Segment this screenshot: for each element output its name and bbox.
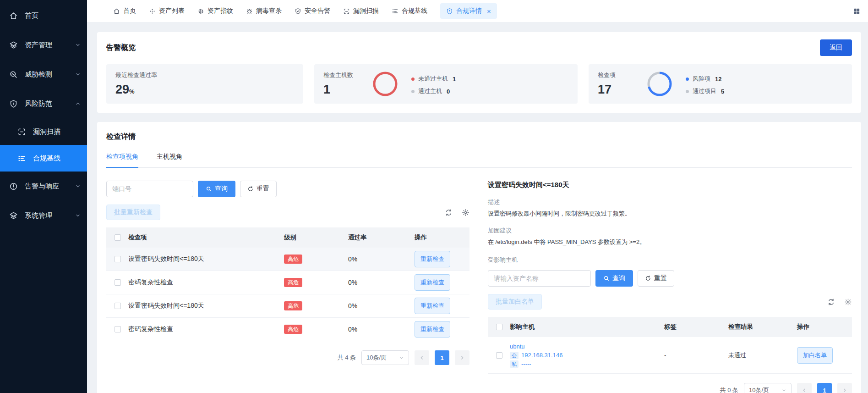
private-ip-line: 私 -----: [510, 360, 664, 368]
asset-name-input[interactable]: [488, 270, 591, 287]
query-button[interactable]: 查询: [198, 181, 235, 197]
sidebar-item-system-management[interactable]: 系统管理: [0, 201, 87, 230]
table-row[interactable]: 密码复杂性检查 高危 0% 重新检查: [106, 271, 469, 294]
port-search-input[interactable]: [106, 181, 193, 197]
chevron-down-icon: [75, 183, 81, 189]
grid-layout-icon[interactable]: [853, 7, 861, 15]
check-items-panel: 查询 重置 批量重新检查: [106, 181, 469, 393]
recheck-button[interactable]: 重新检查: [415, 321, 450, 338]
private-ip: -----: [521, 360, 531, 368]
items-donut-chart: [647, 72, 672, 96]
legend-item: 未通过主机 1: [411, 75, 456, 83]
level-badge: 高危: [284, 325, 302, 334]
checked-hosts-card: 检查主机数 1 未通过主机 1: [314, 64, 578, 104]
table-row[interactable]: 密码复杂性检查 高危 0% 重新检查: [106, 318, 469, 341]
legend-value: 0: [447, 88, 450, 95]
next-page-button[interactable]: [837, 383, 852, 393]
tab-security-alert[interactable]: 安全告警: [295, 7, 330, 15]
description-label: 描述: [488, 198, 852, 206]
home-icon: [113, 8, 120, 15]
risk-dot-icon: [686, 77, 689, 81]
sidebar-item-alert-response[interactable]: 告警与响应: [0, 172, 87, 201]
close-icon[interactable]: ×: [487, 8, 491, 15]
details-title: 检查详情: [106, 132, 852, 142]
query-button[interactable]: 查询: [595, 270, 633, 287]
left-pagination: 共 4 条 10条/页 1: [106, 350, 469, 365]
gear-icon[interactable]: [462, 209, 469, 216]
recheck-button[interactable]: 重新检查: [415, 251, 450, 267]
select-all-checkbox[interactable]: [496, 324, 502, 330]
page-number-button[interactable]: 1: [817, 383, 832, 393]
column-header: 通过率: [348, 233, 415, 242]
prev-page-button[interactable]: [797, 383, 812, 393]
row-checkbox[interactable]: [115, 326, 121, 332]
tab-label: 资产列表: [159, 7, 185, 15]
sidebar-item-vuln-scan[interactable]: 漏洞扫描: [0, 118, 87, 145]
batch-recheck-button[interactable]: 批量重新检查: [106, 205, 160, 220]
next-page-button[interactable]: [455, 350, 469, 365]
sidebar-item-asset-management[interactable]: 资产管理: [0, 30, 87, 60]
chevron-down-icon: [399, 355, 404, 360]
sidebar-item-home[interactable]: 首页: [0, 1, 87, 30]
tab-check-item-view[interactable]: 检查项视角: [106, 153, 138, 168]
sidebar-item-risk-prevention[interactable]: 风险防范: [0, 89, 87, 118]
check-items-card: 检查项 17 风险项 12: [589, 64, 852, 104]
pass-dot-icon: [686, 90, 689, 93]
tab-asset-list[interactable]: 资产列表: [149, 7, 185, 15]
prev-page-button[interactable]: [415, 350, 429, 365]
legend-label: 未通过主机: [418, 75, 448, 83]
gear-icon[interactable]: [844, 298, 852, 306]
refresh-icon[interactable]: [445, 209, 453, 216]
reset-button[interactable]: 重置: [638, 270, 674, 287]
recheck-button[interactable]: 重新检查: [415, 298, 450, 314]
tab-label: 安全告警: [305, 7, 330, 15]
reset-icon: [247, 186, 254, 192]
hosts-donut-chart: [373, 72, 398, 96]
tab-asset-fingerprint[interactable]: 资产指纹: [197, 7, 233, 15]
tab-compliance-baseline[interactable]: 合规基线: [392, 7, 427, 15]
select-all-checkbox[interactable]: [115, 234, 121, 241]
table-row[interactable]: 设置密码失效时间<=180天 高危 0% 重新检查: [106, 248, 469, 271]
tab-virus-scan[interactable]: 病毒查杀: [246, 7, 282, 15]
tab-host-view[interactable]: 主机视角: [157, 153, 182, 167]
tag-cell: -: [664, 352, 728, 359]
table-row[interactable]: ubntu 公 192.168.31.146 私 -----: [488, 337, 852, 374]
tab-label: 合规基线: [402, 7, 427, 15]
tab-compliance-detail[interactable]: 合规详情 ×: [440, 3, 497, 19]
level-badge: 高危: [284, 301, 302, 310]
reset-button[interactable]: 重置: [240, 181, 277, 197]
chevron-down-icon: [781, 388, 786, 393]
table-header-row: 检查项 级别 通过率 操作: [106, 227, 469, 248]
fingerprint-icon: [197, 8, 204, 15]
batch-whitelist-button[interactable]: 批量加白名单: [488, 294, 542, 310]
check-items-label: 检查项: [598, 71, 647, 79]
sidebar-item-threat-detection[interactable]: 威胁检测: [0, 60, 87, 89]
host-name-link[interactable]: ubntu: [510, 343, 525, 350]
view-tabs: 检查项视角 主机视角: [106, 153, 852, 168]
row-checkbox[interactable]: [115, 256, 121, 262]
check-items-value: 17: [598, 83, 647, 97]
row-checkbox[interactable]: [496, 352, 502, 359]
column-header: 检查项: [128, 233, 284, 242]
refresh-icon[interactable]: [827, 298, 835, 306]
row-checkbox[interactable]: [115, 303, 121, 309]
sidebar: 首页 资产管理 威胁检测 风险防范 漏洞扫描 合规基线 告警与响应 系统管理: [0, 0, 87, 393]
page-size-select[interactable]: 10条/页: [744, 383, 792, 393]
asset-dots-icon: [149, 8, 156, 15]
table-row[interactable]: 设置密码失效时间<=180天 高危 0% 重新检查: [106, 294, 469, 318]
row-checkbox[interactable]: [115, 279, 121, 286]
description-text: 设置密码修改最小间隔时间，限制密码更改过于频繁。: [488, 210, 852, 218]
page-number-button[interactable]: 1: [435, 350, 449, 365]
threat-search-icon: [9, 70, 18, 79]
baseline-list-icon: [392, 8, 399, 15]
whitelist-button[interactable]: 加白名单: [797, 347, 833, 364]
page-size-select[interactable]: 10条/页: [361, 350, 409, 365]
page-content: 告警概览 返回 最近检查通过率 29% 检查主机数 1: [87, 22, 868, 393]
baseline-list-icon: [17, 154, 26, 163]
checked-hosts-label: 检查主机数: [323, 71, 373, 79]
tab-vuln-scan[interactable]: 漏洞扫描: [343, 7, 379, 15]
recheck-button[interactable]: 重新检查: [415, 274, 450, 291]
sidebar-item-compliance-baseline[interactable]: 合规基线: [0, 145, 87, 172]
back-button[interactable]: 返回: [820, 39, 852, 56]
tab-home[interactable]: 首页: [113, 7, 136, 15]
